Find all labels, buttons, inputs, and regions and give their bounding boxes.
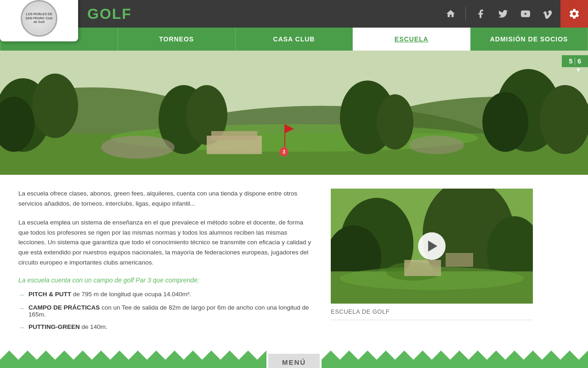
header-icons (441, 0, 588, 28)
svg-point-8 (32, 74, 78, 138)
svg-point-24 (409, 136, 464, 154)
logo: LOS ROBLES DE SAN PEDRO Club de Golf (21, 0, 57, 37)
header: LOS ROBLES DE SAN PEDRO Club de Golf GOL… (0, 0, 588, 28)
nav-item-casa-club[interactable]: CASA CLUB (236, 28, 353, 51)
svg-point-23 (101, 136, 175, 159)
nav-item-torneos[interactable]: TORNEOS (118, 28, 236, 51)
svg-rect-34 (446, 253, 473, 267)
list-item-campo-text: CAMPO DE PRÁCTICAS con un Tee de salida … (28, 304, 312, 318)
settings-button[interactable] (560, 0, 588, 28)
slide-arrow[interactable]: ▼ (576, 67, 581, 73)
putting-strong: PUTTING-GREEN (28, 323, 80, 330)
svg-rect-33 (404, 260, 441, 276)
svg-text:3: 3 (283, 150, 285, 155)
content-right: ESCUELA DE GOLF (331, 189, 533, 337)
list-item-putting-text: PUTTING-GREEN de 140m. (28, 323, 107, 330)
play-button[interactable] (418, 232, 446, 260)
paragraph-1: La escuela ofrece clases, abonos, green … (18, 189, 312, 208)
campo-strong: CAMPO DE PRÁCTICAS (28, 304, 100, 311)
paragraph-2: La escuela emplea un sistema de enseñanz… (18, 218, 312, 267)
main-nav: CAMPO TORNEOS CASA CLUB ESCUELA ADMISIÓN… (0, 28, 588, 51)
list-item-putting: → PUTTING-GREEN de 140m. (18, 323, 312, 331)
menu-button[interactable]: MENÚ (268, 354, 320, 368)
vimeo-button[interactable] (538, 4, 558, 24)
site-title: GOLF (87, 6, 132, 23)
logo-text: LOS ROBLES DE SAN PEDRO Club de Golf (22, 11, 56, 26)
arrow-icon-3: → (18, 324, 25, 331)
nav-item-escuela[interactable]: ESCUELA (353, 28, 470, 51)
video-thumbnail[interactable] (331, 189, 533, 304)
list-item-campo: → CAMPO DE PRÁCTICAS con un Tee de salid… (18, 304, 312, 318)
facebook-button[interactable] (470, 4, 491, 24)
hero-slideshow: 3 5 6 ▼ (0, 51, 588, 175)
pitch-text: de 795 m de longitud que ocupa 14.040m². (71, 291, 191, 298)
svg-point-12 (482, 92, 528, 152)
youtube-button[interactable] (515, 4, 536, 24)
arrow-icon-1: → (18, 291, 25, 299)
list-item-pitch: → PITCH & PUTT de 795 m de longitud que … (18, 291, 312, 299)
putting-text: de 140m. (80, 323, 107, 330)
twitter-button[interactable] (493, 4, 513, 24)
svg-point-11 (540, 85, 588, 154)
main-content: La escuela ofrece clases, abonos, green … (0, 175, 588, 351)
arrow-icon-2: → (18, 305, 25, 312)
svg-rect-18 (211, 131, 257, 140)
svg-point-16 (377, 94, 413, 150)
home-button[interactable] (441, 4, 461, 24)
video-caption: ESCUELA DE GOLF (331, 308, 533, 320)
logo-area: LOS ROBLES DE SAN PEDRO Club de Golf (0, 0, 78, 41)
slide-current: 5 (569, 58, 572, 65)
divider (465, 7, 466, 21)
list-item-pitch-text: PITCH & PUTT de 795 m de longitud que oc… (28, 291, 191, 298)
hero-image: 3 (0, 51, 588, 175)
nav-item-admision[interactable]: ADMISIÓN DE SOCIOS (470, 28, 588, 51)
slide-counter: 5 6 (562, 55, 588, 67)
pitch-strong: PITCH & PUTT (28, 291, 71, 298)
content-left: La escuela ofrece clases, abonos, green … (18, 189, 312, 337)
footer-area: MENÚ (0, 351, 588, 368)
highlight-heading: La escuela cuenta con un campo de golf P… (18, 276, 312, 284)
play-icon (428, 241, 437, 252)
slide-total: 6 (577, 58, 581, 65)
menu-container: MENÚ (0, 351, 588, 368)
